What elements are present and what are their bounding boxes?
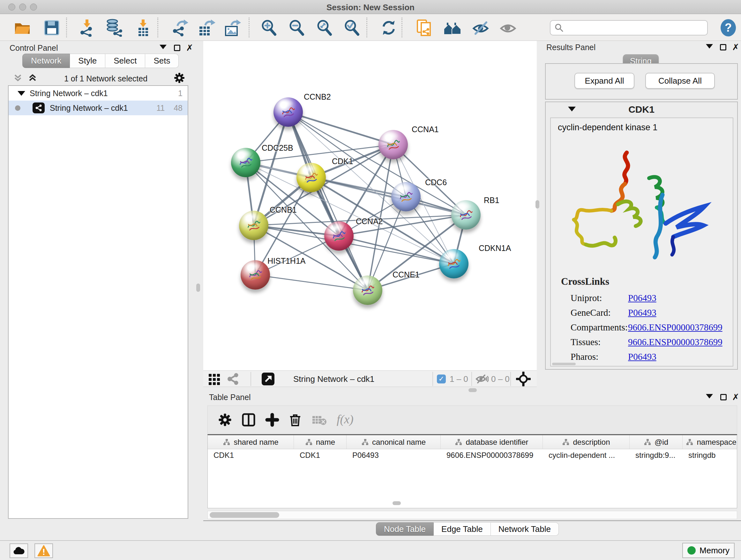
- memory-button[interactable]: Memory: [682, 543, 735, 558]
- add-function-plus-icon[interactable]: [265, 413, 279, 427]
- import-table-icon[interactable]: [134, 19, 152, 37]
- column-header-shared-name[interactable]: shared name: [208, 435, 294, 449]
- scrollbar-thumb[interactable]: [210, 512, 279, 518]
- import-database-icon[interactable]: [105, 19, 123, 37]
- vertical-splitter-handle[interactable]: [536, 200, 539, 208]
- crosslink-value-link[interactable]: P06493: [628, 352, 657, 362]
- table-cell[interactable]: 9606.ENSP00000378699: [441, 449, 543, 461]
- tab-edge-table[interactable]: Edge Table: [434, 522, 491, 536]
- hide-selected-icon[interactable]: [472, 19, 489, 37]
- import-network-icon[interactable]: [78, 19, 96, 37]
- tab-select[interactable]: Select: [105, 54, 145, 68]
- column-header-namespace[interactable]: namespace: [683, 435, 737, 449]
- delete-trash-icon[interactable]: [288, 413, 302, 427]
- crosslink-value-link[interactable]: 9606.ENSP00000378699: [628, 337, 723, 348]
- tab-network-table[interactable]: Network Table: [491, 522, 559, 536]
- table-horizontal-scrollbar[interactable]: [207, 511, 737, 519]
- tab-style[interactable]: Style: [70, 54, 105, 68]
- selected-checkbox-icon[interactable]: ✓: [437, 373, 446, 385]
- function-builder-icon[interactable]: f(x): [337, 412, 354, 426]
- crosslink-value-link[interactable]: 9606.ENSP00000378699: [628, 322, 723, 333]
- zoom-fit-icon[interactable]: [315, 19, 333, 37]
- table-cell[interactable]: cyclin-dependent ...: [543, 449, 630, 461]
- show-columns-icon[interactable]: [242, 413, 256, 427]
- zoom-selected-icon[interactable]: [343, 19, 360, 37]
- network-node-HIST1H1A[interactable]: [241, 260, 270, 290]
- tab-network[interactable]: Network: [22, 54, 70, 68]
- network-node-CCNA1[interactable]: [379, 130, 408, 159]
- column-header-canonical-name[interactable]: canonical name: [347, 435, 441, 449]
- network-edge-CCNB2-CCNA1[interactable]: [288, 112, 393, 145]
- network-edge-HIST1H1A-CCNE1[interactable]: [255, 275, 367, 290]
- collection-expander-icon[interactable]: [17, 91, 25, 96]
- birdseye-toggle-icon[interactable]: [261, 373, 275, 385]
- delete-table-icon[interactable]: [312, 413, 326, 427]
- table-row[interactable]: CDK1CDK1P064939606.ENSP00000378699cyclin…: [208, 449, 737, 461]
- hidden-eye-icon[interactable]: [475, 373, 488, 385]
- search-input[interactable]: [564, 23, 698, 32]
- float-menu-icon[interactable]: [159, 45, 166, 49]
- network-node-CCNB1[interactable]: [239, 211, 268, 240]
- cloud-status-icon[interactable]: [10, 543, 28, 558]
- network-node-CCNA2[interactable]: [324, 221, 354, 251]
- expand-all-icon[interactable]: [27, 73, 38, 84]
- crosslink-value-link[interactable]: P06493: [628, 293, 657, 303]
- float-panel-icon[interactable]: [174, 45, 180, 51]
- open-session-icon[interactable]: [13, 19, 31, 37]
- table-settings-gear-icon[interactable]: [218, 413, 232, 427]
- network-node-CCNB2[interactable]: [273, 98, 303, 127]
- table-cell[interactable]: CDK1: [294, 449, 347, 461]
- float-menu-icon[interactable]: [706, 44, 713, 49]
- zoom-in-icon[interactable]: [260, 19, 278, 37]
- network-view-icon[interactable]: [226, 373, 240, 385]
- table-cell[interactable]: stringdb:9...: [630, 449, 683, 461]
- grid-view-icon[interactable]: [208, 373, 221, 385]
- warning-status-icon[interactable]: [35, 543, 53, 558]
- network-node-RB1[interactable]: [451, 200, 481, 230]
- network-row[interactable]: String Network – cdk1 11 48: [9, 101, 188, 115]
- close-panel-icon[interactable]: ✗: [732, 44, 739, 51]
- neighbors-icon[interactable]: [444, 19, 461, 37]
- collapse-all-button[interactable]: Collapse All: [645, 73, 715, 89]
- network-node-CDKN1A[interactable]: [439, 249, 468, 278]
- expand-all-button[interactable]: Expand All: [575, 73, 634, 89]
- column-header-database-identifier[interactable]: database identifier: [441, 435, 543, 449]
- float-panel-icon[interactable]: [720, 44, 726, 51]
- vertical-splitter-handle[interactable]: [196, 284, 200, 292]
- column-header-description[interactable]: description: [543, 435, 630, 449]
- table-cell[interactable]: stringdb: [683, 449, 737, 461]
- horizontal-splitter-handle[interactable]: [393, 501, 401, 505]
- table-cell[interactable]: CDK1: [208, 449, 294, 461]
- apply-layout-icon[interactable]: [380, 19, 398, 37]
- export-table-icon[interactable]: [198, 19, 216, 37]
- network-node-CDC25B[interactable]: [231, 148, 260, 177]
- column-header-name[interactable]: name: [294, 435, 347, 449]
- show-all-icon[interactable]: [499, 19, 517, 37]
- horizontal-scrollbar[interactable]: [552, 363, 576, 365]
- export-network-icon[interactable]: [171, 19, 189, 37]
- save-session-icon[interactable]: [43, 19, 61, 37]
- horizontal-splitter-handle[interactable]: [468, 388, 477, 392]
- network-node-CCNE1[interactable]: [353, 275, 382, 305]
- duplicate-network-icon[interactable]: [415, 19, 433, 37]
- fit-content-crosshair-icon[interactable]: [516, 373, 531, 385]
- tab-sets[interactable]: Sets: [145, 54, 179, 68]
- help-button[interactable]: ?: [720, 19, 737, 37]
- float-menu-icon[interactable]: [706, 394, 713, 398]
- network-viewport[interactable]: CCNB2CCNA1CDC25BCDK1CDC6RB1CCNB1CCNA2CDK…: [203, 41, 537, 370]
- gear-icon[interactable]: [174, 72, 185, 85]
- section-title[interactable]: CDK1: [546, 104, 737, 115]
- network-node-CDC6[interactable]: [391, 182, 421, 211]
- network-collection-row[interactable]: String Network – cdk1 1: [9, 86, 188, 101]
- close-panel-icon[interactable]: ✗: [732, 394, 739, 400]
- zoom-out-icon[interactable]: [287, 19, 306, 37]
- export-image-icon[interactable]: [224, 19, 242, 37]
- close-panel-icon[interactable]: ✗: [186, 45, 193, 51]
- crosslink-value-link[interactable]: P06493: [628, 307, 657, 318]
- collapse-all-icon[interactable]: [12, 73, 23, 84]
- table-cell[interactable]: P06493: [347, 449, 441, 461]
- network-node-CDK1[interactable]: [296, 163, 326, 192]
- float-panel-icon[interactable]: [720, 394, 727, 400]
- column-header--id[interactable]: @id: [630, 435, 683, 449]
- search-field[interactable]: [550, 20, 708, 36]
